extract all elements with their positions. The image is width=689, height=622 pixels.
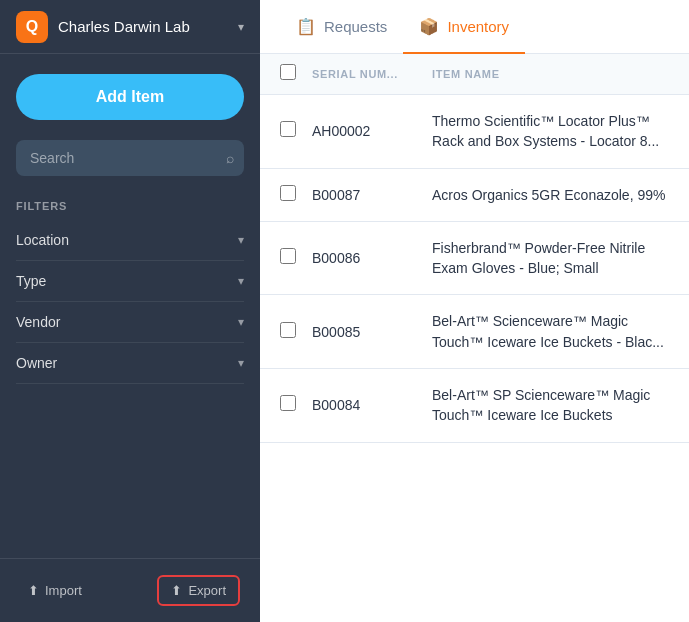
row-select-checkbox[interactable]: [280, 185, 296, 201]
filter-vendor[interactable]: Vendor ▾: [16, 302, 244, 343]
chevron-down-icon: ▾: [238, 274, 244, 288]
table-row[interactable]: B00086 Fisherbrand™ Powder-Free Nitrile …: [260, 222, 689, 296]
row-checkbox[interactable]: [280, 121, 312, 141]
tab-label-inventory: Inventory: [447, 18, 509, 35]
tab-inventory[interactable]: 📦 Inventory: [403, 1, 525, 54]
row-checkbox[interactable]: [280, 322, 312, 342]
header-checkbox-col: [280, 64, 312, 84]
tab-icon-inventory: 📦: [419, 17, 439, 36]
row-checkbox[interactable]: [280, 248, 312, 268]
filters-list: Location ▾ Type ▾ Vendor ▾ Owner ▾: [16, 220, 244, 384]
chevron-down-icon: ▾: [238, 356, 244, 370]
tab-icon-requests: 📋: [296, 17, 316, 36]
column-serial: SERIAL NUM...: [312, 68, 432, 80]
filter-owner[interactable]: Owner ▾: [16, 343, 244, 384]
row-select-checkbox[interactable]: [280, 395, 296, 411]
logo: Q: [16, 11, 48, 43]
filter-type[interactable]: Type ▾: [16, 261, 244, 302]
filter-location[interactable]: Location ▾: [16, 220, 244, 261]
table-row[interactable]: AH00002 Thermo Scientific™ Locator Plus™…: [260, 95, 689, 169]
row-select-checkbox[interactable]: [280, 248, 296, 264]
export-button[interactable]: ⬆ Export: [163, 579, 234, 602]
row-select-checkbox[interactable]: [280, 121, 296, 137]
row-serial: B00087: [312, 187, 432, 203]
table-header: SERIAL NUM... ITEM NAME: [260, 54, 689, 95]
search-box: ⌕: [16, 140, 244, 176]
search-input[interactable]: [16, 140, 244, 176]
sidebar-footer: ⬆ Import ⬆ Export: [0, 558, 260, 622]
import-button[interactable]: ⬆ Import: [20, 579, 90, 602]
chevron-down-icon: ▾: [238, 233, 244, 247]
tab-label-requests: Requests: [324, 18, 387, 35]
row-serial: B00086: [312, 250, 432, 266]
import-label: Import: [45, 583, 82, 598]
filter-label-location: Location: [16, 232, 69, 248]
row-item-name: Bel-Art™ Scienceware™ Magic Touch™ Icewa…: [432, 311, 669, 352]
row-item-name: Fisherbrand™ Powder-Free Nitrile Exam Gl…: [432, 238, 669, 279]
sidebar-header[interactable]: Q Charles Darwin Lab ▾: [0, 0, 260, 54]
tab-bar: 📋 Requests 📦 Inventory: [260, 0, 689, 54]
row-select-checkbox[interactable]: [280, 322, 296, 338]
filters-label: FILTERS: [16, 200, 244, 212]
tab-requests[interactable]: 📋 Requests: [280, 1, 403, 54]
row-item-name: Bel-Art™ SP Scienceware™ Magic Touch™ Ic…: [432, 385, 669, 426]
chevron-down-icon: ▾: [238, 315, 244, 329]
select-all-checkbox[interactable]: [280, 64, 296, 80]
chevron-down-icon: ▾: [238, 20, 244, 34]
filter-label-type: Type: [16, 273, 46, 289]
table-row[interactable]: B00084 Bel-Art™ SP Scienceware™ Magic To…: [260, 369, 689, 443]
add-item-button[interactable]: Add Item: [16, 74, 244, 120]
import-icon: ⬆: [28, 583, 39, 598]
row-item-name: Thermo Scientific™ Locator Plus™ Rack an…: [432, 111, 669, 152]
inventory-table: SERIAL NUM... ITEM NAME AH00002 Thermo S…: [260, 54, 689, 622]
row-checkbox[interactable]: [280, 395, 312, 415]
row-serial: B00085: [312, 324, 432, 340]
sidebar: Q Charles Darwin Lab ▾ Add Item ⌕ FILTER…: [0, 0, 260, 622]
main-panel: 📋 Requests 📦 Inventory SERIAL NUM... ITE…: [260, 0, 689, 622]
sidebar-content: Add Item ⌕ FILTERS Location ▾ Type ▾ Ven…: [0, 54, 260, 558]
filter-label-vendor: Vendor: [16, 314, 60, 330]
export-icon: ⬆: [171, 583, 182, 598]
row-item-name: Acros Organics 5GR Econazole, 99%: [432, 185, 669, 205]
column-name: ITEM NAME: [432, 68, 669, 80]
export-label: Export: [188, 583, 226, 598]
table-body: AH00002 Thermo Scientific™ Locator Plus™…: [260, 95, 689, 443]
filter-label-owner: Owner: [16, 355, 57, 371]
export-button-wrapper: ⬆ Export: [157, 575, 240, 606]
lab-name: Charles Darwin Lab: [58, 18, 238, 35]
row-checkbox[interactable]: [280, 185, 312, 205]
table-row[interactable]: B00085 Bel-Art™ Scienceware™ Magic Touch…: [260, 295, 689, 369]
row-serial: B00084: [312, 397, 432, 413]
row-serial: AH00002: [312, 123, 432, 139]
table-row[interactable]: B00087 Acros Organics 5GR Econazole, 99%: [260, 169, 689, 222]
